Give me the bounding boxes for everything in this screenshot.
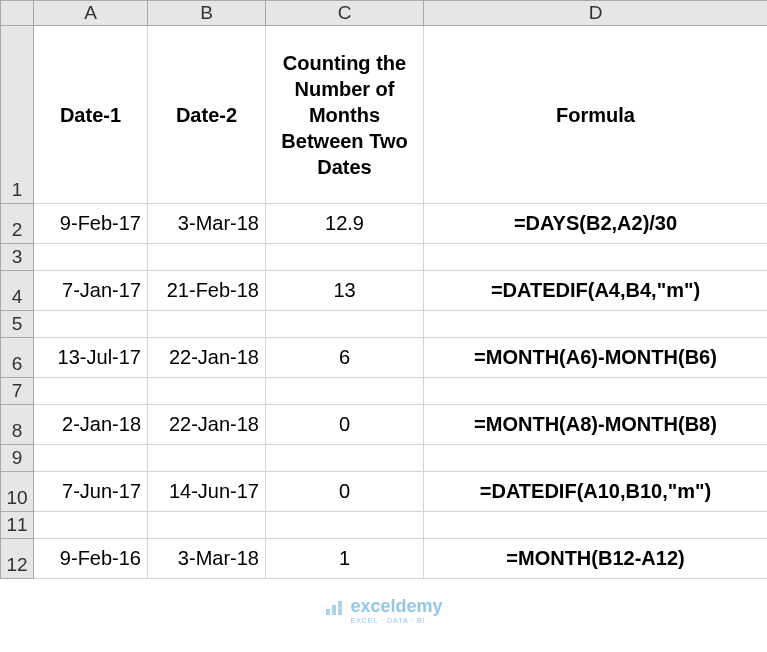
cell-C8[interactable]: 0 — [266, 405, 424, 445]
table-row: 11 — [1, 512, 768, 539]
cell-D6[interactable]: =MONTH(A6)-MONTH(B6) — [424, 338, 768, 378]
cell-C10[interactable]: 0 — [266, 472, 424, 512]
table-row: 9 — [1, 445, 768, 472]
cell-A10[interactable]: 7-Jun-17 — [34, 472, 148, 512]
cell-C7[interactable] — [266, 378, 424, 405]
table-row: 5 — [1, 311, 768, 338]
cell-C3[interactable] — [266, 244, 424, 271]
select-all-corner[interactable] — [1, 1, 34, 26]
cell-A11[interactable] — [34, 512, 148, 539]
row-header-7[interactable]: 7 — [1, 378, 34, 405]
cell-A9[interactable] — [34, 445, 148, 472]
watermark: exceldemy EXCEL · DATA · BI — [324, 596, 442, 624]
chart-icon — [324, 600, 344, 621]
cell-B3[interactable] — [148, 244, 266, 271]
cell-A1[interactable]: Date-1 — [34, 26, 148, 204]
spreadsheet-grid[interactable]: A B C D 1 Date-1 Date-2 Counting the Num… — [0, 0, 767, 579]
row-header-6[interactable]: 6 — [1, 338, 34, 378]
table-row: 2 9-Feb-17 3-Mar-18 12.9 =DAYS(B2,A2)/30 — [1, 204, 768, 244]
row-header-10[interactable]: 10 — [1, 472, 34, 512]
cell-A8[interactable]: 2-Jan-18 — [34, 405, 148, 445]
cell-C11[interactable] — [266, 512, 424, 539]
table-row: 4 7-Jan-17 21-Feb-18 13 =DATEDIF(A4,B4,"… — [1, 271, 768, 311]
cell-D11[interactable] — [424, 512, 768, 539]
cell-B4[interactable]: 21-Feb-18 — [148, 271, 266, 311]
cell-A6[interactable]: 13-Jul-17 — [34, 338, 148, 378]
cell-D2[interactable]: =DAYS(B2,A2)/30 — [424, 204, 768, 244]
cell-A7[interactable] — [34, 378, 148, 405]
cell-C6[interactable]: 6 — [266, 338, 424, 378]
row-header-4[interactable]: 4 — [1, 271, 34, 311]
table-row: 3 — [1, 244, 768, 271]
watermark-name: exceldemy — [350, 596, 442, 616]
cell-B10[interactable]: 14-Jun-17 — [148, 472, 266, 512]
cell-D9[interactable] — [424, 445, 768, 472]
row-header-8[interactable]: 8 — [1, 405, 34, 445]
cell-A5[interactable] — [34, 311, 148, 338]
col-header-A[interactable]: A — [34, 1, 148, 26]
cell-D10[interactable]: =DATEDIF(A10,B10,"m") — [424, 472, 768, 512]
cell-C4[interactable]: 13 — [266, 271, 424, 311]
cell-D8[interactable]: =MONTH(A8)-MONTH(B8) — [424, 405, 768, 445]
cell-C2[interactable]: 12.9 — [266, 204, 424, 244]
cell-D1[interactable]: Formula — [424, 26, 768, 204]
table-row: 6 13-Jul-17 22-Jan-18 6 =MONTH(A6)-MONTH… — [1, 338, 768, 378]
table-row: 10 7-Jun-17 14-Jun-17 0 =DATEDIF(A10,B10… — [1, 472, 768, 512]
cell-B1[interactable]: Date-2 — [148, 26, 266, 204]
cell-B9[interactable] — [148, 445, 266, 472]
cell-C12[interactable]: 1 — [266, 539, 424, 579]
cell-D5[interactable] — [424, 311, 768, 338]
table-row: 8 2-Jan-18 22-Jan-18 0 =MONTH(A8)-MONTH(… — [1, 405, 768, 445]
table-row: 12 9-Feb-16 3-Mar-18 1 =MONTH(B12-A12) — [1, 539, 768, 579]
table-row: 7 — [1, 378, 768, 405]
cell-C9[interactable] — [266, 445, 424, 472]
cell-D4[interactable]: =DATEDIF(A4,B4,"m") — [424, 271, 768, 311]
svg-rect-0 — [325, 609, 329, 615]
row-header-1[interactable]: 1 — [1, 26, 34, 204]
table-row: 1 Date-1 Date-2 Counting the Number of M… — [1, 26, 768, 204]
cell-A12[interactable]: 9-Feb-16 — [34, 539, 148, 579]
row-header-2[interactable]: 2 — [1, 204, 34, 244]
cell-B6[interactable]: 22-Jan-18 — [148, 338, 266, 378]
cell-B11[interactable] — [148, 512, 266, 539]
cell-D12[interactable]: =MONTH(B12-A12) — [424, 539, 768, 579]
cell-B2[interactable]: 3-Mar-18 — [148, 204, 266, 244]
watermark-text: exceldemy EXCEL · DATA · BI — [350, 596, 442, 624]
cell-B7[interactable] — [148, 378, 266, 405]
col-header-C[interactable]: C — [266, 1, 424, 26]
row-header-11[interactable]: 11 — [1, 512, 34, 539]
col-header-B[interactable]: B — [148, 1, 266, 26]
cell-D3[interactable] — [424, 244, 768, 271]
svg-rect-2 — [337, 601, 341, 615]
row-header-5[interactable]: 5 — [1, 311, 34, 338]
row-header-3[interactable]: 3 — [1, 244, 34, 271]
svg-rect-1 — [331, 605, 335, 615]
column-header-row: A B C D — [1, 1, 768, 26]
cell-C5[interactable] — [266, 311, 424, 338]
row-header-12[interactable]: 12 — [1, 539, 34, 579]
cell-D7[interactable] — [424, 378, 768, 405]
cell-C1[interactable]: Counting the Number of Months Between Tw… — [266, 26, 424, 204]
watermark-sub: EXCEL · DATA · BI — [350, 617, 442, 624]
cell-B8[interactable]: 22-Jan-18 — [148, 405, 266, 445]
cell-A2[interactable]: 9-Feb-17 — [34, 204, 148, 244]
row-header-9[interactable]: 9 — [1, 445, 34, 472]
cell-B12[interactable]: 3-Mar-18 — [148, 539, 266, 579]
cell-A4[interactable]: 7-Jan-17 — [34, 271, 148, 311]
cell-B5[interactable] — [148, 311, 266, 338]
cell-A3[interactable] — [34, 244, 148, 271]
col-header-D[interactable]: D — [424, 1, 768, 26]
